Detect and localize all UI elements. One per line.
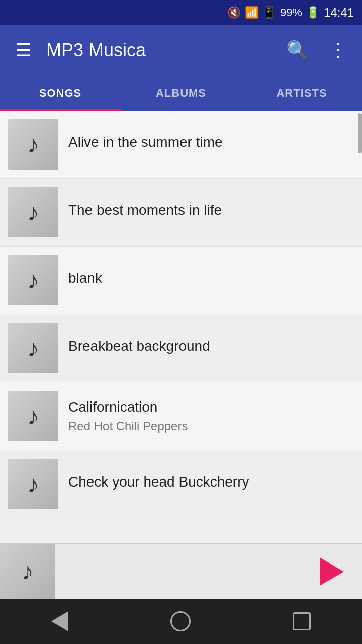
back-button[interactable] — [36, 601, 83, 641]
song-thumbnail: ♪ — [8, 459, 58, 509]
back-icon — [51, 611, 68, 631]
list-item[interactable]: ♪ blank — [0, 247, 362, 314]
wifi-icon: 📶 — [245, 6, 258, 19]
now-playing-thumbnail: ♪ — [0, 544, 55, 599]
song-title: Check your head Buckcherry — [68, 474, 354, 490]
recents-icon — [293, 612, 311, 630]
play-triangle-icon — [320, 557, 344, 586]
tab-albums[interactable]: ALBUMS — [121, 75, 241, 111]
list-item[interactable]: ♪ Alive in the summer time — [0, 111, 362, 179]
search-icon[interactable]: 🔍 — [281, 35, 314, 66]
now-playing-music-note-icon: ♪ — [22, 557, 34, 585]
scrollbar-thumb — [358, 113, 362, 153]
song-thumbnail: ♪ — [8, 187, 58, 237]
music-note-icon: ♪ — [27, 131, 39, 158]
music-note-icon: ♪ — [27, 335, 39, 362]
tab-albums-label: ALBUMS — [156, 87, 206, 100]
list-item[interactable]: ♪ Breakbeat background — [0, 314, 362, 382]
song-info: blank — [68, 270, 354, 290]
song-thumbnail: ♪ — [8, 391, 58, 441]
recents-button[interactable] — [278, 602, 326, 640]
more-options-icon[interactable]: ⋮ — [324, 35, 352, 66]
song-title: Californication — [68, 399, 354, 415]
list-item[interactable]: ♪ The best moments in life — [0, 179, 362, 247]
mute-icon: 🔇 — [227, 6, 241, 19]
list-item[interactable]: ♪ Check your head Buckcherry — [0, 450, 362, 518]
battery-icon: 🔋 — [306, 6, 320, 19]
signal-icon: 📱 — [262, 6, 276, 19]
song-info: Californication Red Hot Chili Peppers — [68, 399, 354, 433]
tab-artists-label: ARTISTS — [276, 87, 327, 100]
music-note-icon: ♪ — [27, 470, 39, 498]
music-note-icon: ♪ — [27, 267, 39, 294]
music-note-icon: ♪ — [27, 199, 39, 226]
home-icon — [170, 611, 191, 631]
tab-songs-label: SONGS — [39, 87, 81, 100]
song-thumbnail: ♪ — [8, 255, 58, 305]
list-item[interactable]: ♪ Californication Red Hot Chili Peppers — [0, 382, 362, 450]
music-note-icon: ♪ — [27, 403, 39, 430]
play-button[interactable] — [312, 551, 352, 592]
song-thumbnail: ♪ — [8, 119, 58, 170]
navigation-bar — [0, 599, 362, 644]
tabs-bar: SONGS ALBUMS ARTISTS — [0, 75, 362, 111]
song-title: Breakbeat background — [68, 338, 354, 354]
home-button[interactable] — [155, 601, 206, 641]
song-thumbnail: ♪ — [8, 323, 58, 373]
menu-icon[interactable]: ☰ — [10, 35, 36, 66]
tab-artists[interactable]: ARTISTS — [241, 75, 362, 111]
song-title: blank — [68, 270, 354, 286]
song-list: ♪ Alive in the summer time ♪ The best mo… — [0, 111, 362, 543]
app-title: MP3 Musica — [46, 40, 271, 61]
song-title: The best moments in life — [68, 202, 354, 218]
song-info: Alive in the summer time — [68, 134, 354, 154]
status-icons: 🔇 📶 📱 99% 🔋 14:41 — [227, 6, 354, 20]
song-title: Alive in the summer time — [68, 134, 354, 150]
status-bar: 🔇 📶 📱 99% 🔋 14:41 — [0, 0, 362, 25]
now-playing-bar: ♪ — [0, 543, 362, 599]
tab-songs[interactable]: SONGS — [0, 75, 121, 111]
song-info: Breakbeat background — [68, 338, 354, 358]
status-time: 14:41 — [324, 6, 354, 20]
song-info: The best moments in life — [68, 202, 354, 222]
song-artist: Red Hot Chili Peppers — [68, 419, 354, 433]
song-info: Check your head Buckcherry — [68, 474, 354, 494]
toolbar: ☰ MP3 Musica 🔍 ⋮ — [0, 25, 362, 75]
battery-text: 99% — [280, 6, 302, 19]
scrollbar[interactable] — [358, 111, 362, 543]
